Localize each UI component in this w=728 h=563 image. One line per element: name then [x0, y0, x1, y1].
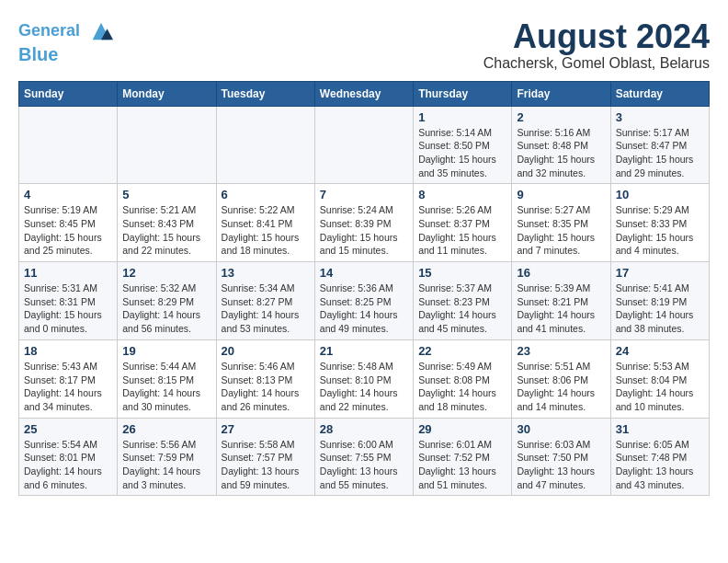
day-cell: 8Sunrise: 5:26 AMSunset: 8:37 PMDaylight… [414, 184, 512, 262]
day-cell: 20Sunrise: 5:46 AMSunset: 8:13 PMDayligh… [216, 339, 314, 418]
day-info: Sunrise: 5:17 AMSunset: 8:47 PMDaylight:… [616, 126, 704, 180]
day-number: 4 [24, 188, 112, 201]
day-info: Sunrise: 5:22 AMSunset: 8:41 PMDaylight:… [222, 203, 310, 258]
day-info: Sunrise: 5:36 AMSunset: 8:25 PMDaylight:… [320, 282, 408, 336]
day-info: Sunrise: 5:44 AMSunset: 8:15 PMDaylight:… [122, 360, 210, 414]
header-day-saturday: Saturday [610, 81, 709, 106]
day-cell: 23Sunrise: 5:51 AMSunset: 8:06 PMDayligh… [512, 339, 610, 418]
title-block: August 2024 Chachersk, Gomel Oblast, Bel… [483, 18, 710, 72]
logo-blue: Blue [18, 44, 58, 64]
day-number: 31 [616, 422, 704, 436]
day-number: 18 [24, 344, 112, 358]
week-row-5: 25Sunrise: 5:54 AMSunset: 8:01 PMDayligh… [19, 418, 710, 496]
day-number: 27 [222, 422, 310, 436]
day-cell: 30Sunrise: 6:03 AMSunset: 7:50 PMDayligh… [512, 418, 610, 496]
calendar-body: 1Sunrise: 5:14 AMSunset: 8:50 PMDaylight… [19, 106, 710, 496]
day-info: Sunrise: 5:53 AMSunset: 8:04 PMDaylight:… [616, 360, 704, 414]
day-info: Sunrise: 5:14 AMSunset: 8:50 PMDaylight:… [418, 126, 506, 180]
day-number: 28 [320, 422, 408, 436]
day-info: Sunrise: 6:00 AMSunset: 7:55 PMDaylight:… [320, 438, 408, 492]
day-cell: 3Sunrise: 5:17 AMSunset: 8:47 PMDaylight… [610, 106, 709, 184]
day-number: 16 [517, 266, 605, 280]
day-cell: 22Sunrise: 5:49 AMSunset: 8:08 PMDayligh… [414, 339, 512, 418]
day-cell: 25Sunrise: 5:54 AMSunset: 8:01 PMDayligh… [19, 418, 118, 496]
day-info: Sunrise: 5:31 AMSunset: 8:31 PMDaylight:… [24, 282, 112, 336]
day-number: 2 [517, 110, 605, 124]
day-number: 24 [616, 344, 704, 358]
week-row-1: 1Sunrise: 5:14 AMSunset: 8:50 PMDaylight… [19, 106, 710, 184]
calendar-title: August 2024 [483, 18, 710, 55]
day-cell: 19Sunrise: 5:44 AMSunset: 8:15 PMDayligh… [118, 339, 216, 418]
day-cell: 26Sunrise: 5:56 AMSunset: 7:59 PMDayligh… [118, 418, 216, 496]
day-info: Sunrise: 5:51 AMSunset: 8:06 PMDaylight:… [517, 360, 605, 414]
day-info: Sunrise: 5:39 AMSunset: 8:21 PMDaylight:… [517, 282, 605, 336]
day-number: 15 [418, 266, 506, 280]
header-day-sunday: Sunday [19, 81, 118, 106]
day-cell: 9Sunrise: 5:27 AMSunset: 8:35 PMDaylight… [512, 184, 610, 262]
page-header: General Blue August 2024 Chachersk, Gome… [18, 18, 710, 72]
day-cell: 5Sunrise: 5:21 AMSunset: 8:43 PMDaylight… [118, 184, 216, 262]
day-number: 22 [418, 344, 506, 358]
day-cell: 1Sunrise: 5:14 AMSunset: 8:50 PMDaylight… [414, 106, 512, 184]
day-cell: 10Sunrise: 5:29 AMSunset: 8:33 PMDayligh… [610, 184, 709, 262]
week-row-4: 18Sunrise: 5:43 AMSunset: 8:17 PMDayligh… [19, 339, 710, 418]
day-number: 17 [616, 266, 704, 280]
day-cell: 17Sunrise: 5:41 AMSunset: 8:19 PMDayligh… [610, 262, 709, 340]
day-info: Sunrise: 6:01 AMSunset: 7:52 PMDaylight:… [418, 438, 506, 492]
day-info: Sunrise: 5:46 AMSunset: 8:13 PMDaylight:… [222, 360, 310, 414]
day-info: Sunrise: 5:21 AMSunset: 8:43 PMDaylight:… [122, 203, 210, 258]
logo: General Blue [18, 18, 114, 65]
day-number: 13 [222, 266, 310, 280]
day-number: 25 [24, 422, 112, 436]
day-number: 7 [320, 188, 408, 201]
week-row-3: 11Sunrise: 5:31 AMSunset: 8:31 PMDayligh… [19, 262, 710, 340]
day-info: Sunrise: 5:29 AMSunset: 8:33 PMDaylight:… [616, 203, 704, 258]
day-cell: 4Sunrise: 5:19 AMSunset: 8:45 PMDaylight… [19, 184, 118, 262]
day-number: 26 [122, 422, 210, 436]
logo-general: General [18, 21, 80, 40]
day-info: Sunrise: 5:32 AMSunset: 8:29 PMDaylight:… [122, 282, 210, 336]
day-cell: 16Sunrise: 5:39 AMSunset: 8:21 PMDayligh… [512, 262, 610, 340]
day-number: 8 [418, 188, 506, 201]
day-cell: 21Sunrise: 5:48 AMSunset: 8:10 PMDayligh… [314, 339, 413, 418]
header-day-tuesday: Tuesday [216, 81, 314, 106]
day-number: 14 [320, 266, 408, 280]
day-cell: 7Sunrise: 5:24 AMSunset: 8:39 PMDaylight… [314, 184, 413, 262]
header-row: SundayMondayTuesdayWednesdayThursdayFrid… [19, 81, 710, 106]
day-number: 6 [222, 188, 310, 201]
day-cell: 15Sunrise: 5:37 AMSunset: 8:23 PMDayligh… [414, 262, 512, 340]
day-cell: 12Sunrise: 5:32 AMSunset: 8:29 PMDayligh… [118, 262, 216, 340]
day-info: Sunrise: 5:54 AMSunset: 8:01 PMDaylight:… [24, 438, 112, 492]
day-cell: 27Sunrise: 5:58 AMSunset: 7:57 PMDayligh… [216, 418, 314, 496]
day-cell: 2Sunrise: 5:16 AMSunset: 8:48 PMDaylight… [512, 106, 610, 184]
day-cell: 31Sunrise: 6:05 AMSunset: 7:48 PMDayligh… [610, 418, 709, 496]
day-number: 10 [616, 188, 704, 201]
calendar-header: SundayMondayTuesdayWednesdayThursdayFrid… [19, 81, 710, 106]
header-day-friday: Friday [512, 81, 610, 106]
day-info: Sunrise: 6:03 AMSunset: 7:50 PMDaylight:… [517, 438, 605, 492]
day-number: 3 [616, 110, 704, 124]
day-cell: 28Sunrise: 6:00 AMSunset: 7:55 PMDayligh… [314, 418, 413, 496]
day-number: 12 [122, 266, 210, 280]
header-day-wednesday: Wednesday [314, 81, 413, 106]
day-cell: 11Sunrise: 5:31 AMSunset: 8:31 PMDayligh… [19, 262, 118, 340]
day-info: Sunrise: 5:43 AMSunset: 8:17 PMDaylight:… [24, 360, 112, 414]
week-row-2: 4Sunrise: 5:19 AMSunset: 8:45 PMDaylight… [19, 184, 710, 262]
day-number: 5 [122, 188, 210, 201]
day-info: Sunrise: 5:16 AMSunset: 8:48 PMDaylight:… [517, 126, 605, 180]
day-info: Sunrise: 5:37 AMSunset: 8:23 PMDaylight:… [418, 282, 506, 336]
day-info: Sunrise: 5:19 AMSunset: 8:45 PMDaylight:… [24, 203, 112, 258]
day-cell [118, 106, 216, 184]
day-info: Sunrise: 5:24 AMSunset: 8:39 PMDaylight:… [320, 203, 408, 258]
day-number: 29 [418, 422, 506, 436]
day-cell: 6Sunrise: 5:22 AMSunset: 8:41 PMDaylight… [216, 184, 314, 262]
day-cell [314, 106, 413, 184]
day-info: Sunrise: 5:34 AMSunset: 8:27 PMDaylight:… [222, 282, 310, 336]
day-cell: 24Sunrise: 5:53 AMSunset: 8:04 PMDayligh… [610, 339, 709, 418]
day-cell [19, 106, 118, 184]
calendar-table: SundayMondayTuesdayWednesdayThursdayFrid… [18, 81, 710, 497]
day-info: Sunrise: 5:56 AMSunset: 7:59 PMDaylight:… [122, 438, 210, 492]
day-cell [216, 106, 314, 184]
day-info: Sunrise: 5:27 AMSunset: 8:35 PMDaylight:… [517, 203, 605, 258]
day-number: 21 [320, 344, 408, 358]
